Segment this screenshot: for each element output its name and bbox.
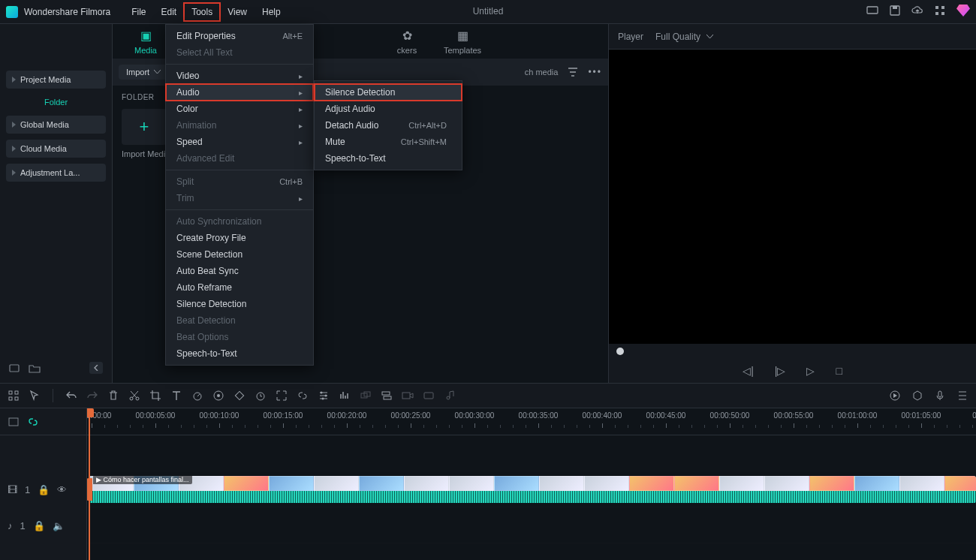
visibility-icon[interactable]: 👁 bbox=[57, 484, 67, 495]
folder-icon[interactable] bbox=[29, 362, 41, 374]
menu-tools[interactable]: Tools bbox=[184, 3, 220, 21]
tools-menu-auto-beat-sync[interactable]: Auto Beat Sync bbox=[166, 263, 313, 279]
video-clip[interactable]: ▶ Cómo hacer pantallas final... bbox=[89, 476, 976, 503]
premium-gem-icon[interactable] bbox=[956, 5, 970, 17]
empty-track[interactable] bbox=[87, 435, 976, 471]
audio-submenu: Silence DetectionAdjust AudioDetach Audi… bbox=[314, 80, 462, 170]
group-icon[interactable] bbox=[360, 390, 372, 402]
time-ruler[interactable]: 00:00:00:0000:00:05:0000:00:10:0000:00:1… bbox=[87, 408, 976, 435]
svg-rect-2 bbox=[893, 6, 897, 9]
audio-track-header[interactable]: ♪ 1 🔒 🔈 bbox=[0, 507, 86, 543]
cut-icon[interactable] bbox=[128, 390, 140, 402]
video-track[interactable]: ▶ Cómo hacer pantallas final... bbox=[87, 471, 976, 507]
sidebar-adjustment-layer[interactable]: Adjustment La... bbox=[6, 164, 106, 182]
label: Cloud Media bbox=[20, 144, 67, 153]
render-icon[interactable] bbox=[889, 390, 901, 402]
eq-icon[interactable] bbox=[339, 390, 351, 402]
fit-icon[interactable] bbox=[276, 390, 288, 402]
audio-submenu-mute[interactable]: MuteCtrl+Shift+M bbox=[315, 134, 462, 150]
record-icon[interactable] bbox=[402, 390, 414, 402]
menu-view[interactable]: View bbox=[220, 3, 255, 21]
video-preview[interactable] bbox=[609, 50, 976, 344]
tools-context-menu: Edit PropertiesAlt+ESelect All TextVideo… bbox=[165, 24, 314, 366]
tab-media[interactable]: ▣ Media bbox=[123, 29, 168, 55]
marker-icon[interactable] bbox=[911, 390, 923, 402]
tab-stickers[interactable]: ✿ ckers bbox=[384, 29, 429, 55]
tools-menu-speed[interactable]: Speed▸ bbox=[166, 134, 313, 150]
apps-grid-icon[interactable] bbox=[934, 5, 946, 17]
tab-templates[interactable]: ▦ Templates bbox=[440, 29, 485, 55]
sidebar-folder[interactable]: Folder bbox=[6, 95, 106, 110]
cc-icon[interactable] bbox=[423, 390, 435, 402]
audio-submenu-speech-to-text[interactable]: Speech-to-Text bbox=[315, 150, 462, 167]
prev-frame-button[interactable]: ◁| bbox=[743, 365, 754, 377]
screen-icon[interactable] bbox=[866, 5, 878, 17]
menu-help[interactable]: Help bbox=[255, 3, 288, 21]
player-quality-dropdown[interactable]: Full Quality bbox=[655, 32, 713, 42]
mute-icon[interactable]: 🔈 bbox=[53, 520, 65, 531]
keyframe-icon[interactable] bbox=[233, 390, 246, 402]
undo-icon[interactable] bbox=[65, 390, 77, 402]
sidebar-global-media[interactable]: Global Media bbox=[6, 116, 106, 134]
tools-menu-scene-detection[interactable]: Scene Detection bbox=[166, 246, 313, 263]
seekbar[interactable] bbox=[609, 344, 976, 359]
playhead[interactable] bbox=[89, 408, 90, 560]
redo-icon[interactable] bbox=[86, 390, 98, 402]
music-tool-icon[interactable] bbox=[444, 390, 456, 402]
ruler-label: 00:01:00:00 bbox=[838, 411, 878, 420]
tools-menu-auto-reframe[interactable]: Auto Reframe bbox=[166, 279, 313, 296]
grid-icon[interactable] bbox=[8, 390, 20, 402]
save-icon[interactable] bbox=[889, 5, 901, 17]
sliders-icon[interactable] bbox=[318, 390, 330, 402]
svg-point-19 bbox=[321, 392, 323, 394]
chain-icon[interactable] bbox=[297, 390, 309, 402]
timeline-tracks[interactable]: 00:00:00:0000:00:05:0000:00:10:0000:00:1… bbox=[87, 408, 976, 560]
color-icon[interactable] bbox=[212, 390, 224, 402]
audio-submenu-detach-audio[interactable]: Detach AudioCtrl+Alt+D bbox=[315, 117, 462, 134]
stop-button[interactable]: □ bbox=[836, 365, 842, 377]
text-icon[interactable] bbox=[170, 390, 182, 402]
audio-track[interactable] bbox=[87, 507, 976, 543]
search-placeholder-fragment: ch media bbox=[525, 68, 559, 77]
cursor-icon[interactable] bbox=[29, 390, 41, 402]
menu-edit[interactable]: Edit bbox=[154, 3, 185, 21]
tools-menu-audio[interactable]: Audio▸ bbox=[166, 84, 313, 101]
sticker-icon: ✿ bbox=[402, 29, 412, 43]
svg-rect-29 bbox=[938, 391, 941, 397]
seek-handle-icon[interactable] bbox=[616, 348, 624, 355]
play-button[interactable]: ▷ bbox=[806, 365, 815, 377]
timeline-menu-icon[interactable] bbox=[8, 416, 20, 428]
sidebar-project-media[interactable]: Project Media bbox=[6, 71, 106, 89]
cloud-upload-icon[interactable] bbox=[911, 5, 923, 17]
tools-menu-speech-to-text[interactable]: Speech-to-Text bbox=[166, 345, 313, 362]
tools-menu-create-proxy-file[interactable]: Create Proxy File bbox=[166, 230, 313, 246]
delete-icon[interactable] bbox=[107, 390, 119, 402]
mic-icon[interactable] bbox=[934, 390, 946, 402]
import-button[interactable]: Import bbox=[119, 65, 168, 80]
speed-icon[interactable] bbox=[191, 390, 203, 402]
audio-submenu-silence-detection[interactable]: Silence Detection bbox=[315, 84, 462, 101]
mixer-icon[interactable] bbox=[956, 390, 968, 402]
sidebar-cloud-media[interactable]: Cloud Media bbox=[6, 140, 106, 158]
stack-icon[interactable] bbox=[381, 390, 393, 402]
lock-icon[interactable]: 🔒 bbox=[38, 484, 50, 495]
audio-submenu-adjust-audio[interactable]: Adjust Audio bbox=[315, 101, 462, 117]
tools-menu-edit-properties[interactable]: Edit PropertiesAlt+E bbox=[166, 28, 313, 44]
tools-menu-silence-detection[interactable]: Silence Detection bbox=[166, 296, 313, 312]
menu-file[interactable]: File bbox=[124, 3, 153, 21]
more-icon[interactable]: ••• bbox=[588, 67, 602, 77]
next-frame-button[interactable]: |▷ bbox=[775, 365, 786, 377]
tools-menu-color[interactable]: Color▸ bbox=[166, 101, 313, 117]
new-folder-icon[interactable] bbox=[9, 362, 21, 374]
timer-icon[interactable] bbox=[255, 390, 267, 402]
collapse-sidebar-button[interactable] bbox=[89, 362, 103, 374]
import-media-tile[interactable]: + bbox=[122, 109, 167, 145]
tools-menu-video[interactable]: Video▸ bbox=[166, 68, 313, 84]
filter-icon[interactable] bbox=[567, 66, 579, 78]
label: Adjustment La... bbox=[20, 168, 80, 177]
menubar: Wondershare Filmora File Edit Tools View… bbox=[0, 0, 976, 24]
link-tracks-icon[interactable] bbox=[27, 416, 39, 428]
crop-icon[interactable] bbox=[149, 390, 161, 402]
lock-icon[interactable]: 🔒 bbox=[33, 520, 45, 531]
video-track-header[interactable]: 🎞 1 🔒 👁 bbox=[0, 471, 86, 507]
